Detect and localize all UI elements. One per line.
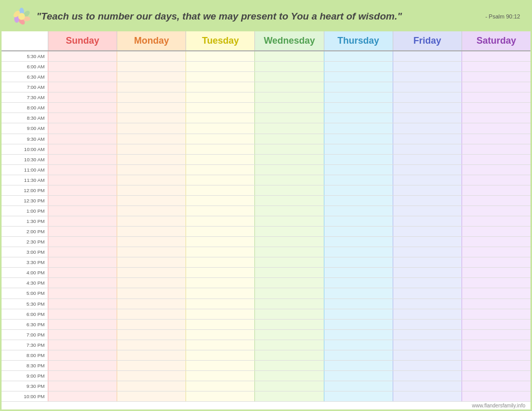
time-cell-sunday[interactable] (48, 371, 117, 381)
time-cell-friday[interactable] (393, 72, 462, 82)
time-cell-sunday[interactable] (48, 72, 117, 82)
time-cell-tuesday[interactable] (186, 320, 254, 329)
time-cell-friday[interactable] (393, 134, 462, 144)
time-cell-monday[interactable] (117, 288, 186, 298)
time-cell-sunday[interactable] (48, 62, 117, 71)
time-cell-sunday[interactable] (48, 165, 117, 175)
time-cell-wednesday[interactable] (254, 268, 323, 277)
time-cell-monday[interactable] (117, 134, 186, 144)
time-cell-tuesday[interactable] (186, 206, 254, 216)
time-cell-friday[interactable] (393, 206, 462, 216)
time-cell-wednesday[interactable] (254, 175, 323, 185)
time-cell-monday[interactable] (117, 268, 186, 277)
time-cell-thursday[interactable] (324, 371, 393, 381)
time-cell-saturday[interactable] (462, 72, 530, 82)
time-cell-wednesday[interactable] (254, 113, 323, 123)
time-cell-sunday[interactable] (48, 361, 117, 370)
time-cell-wednesday[interactable] (254, 103, 323, 113)
time-cell-friday[interactable] (393, 371, 462, 381)
time-cell-sunday[interactable] (48, 134, 117, 144)
time-cell-friday[interactable] (393, 278, 462, 288)
time-cell-saturday[interactable] (462, 381, 530, 391)
time-cell-monday[interactable] (117, 185, 186, 195)
time-cell-monday[interactable] (117, 165, 186, 175)
time-cell-friday[interactable] (393, 92, 462, 102)
time-cell-friday[interactable] (393, 165, 462, 175)
time-cell-wednesday[interactable] (254, 257, 323, 267)
time-cell-wednesday[interactable] (254, 92, 323, 102)
time-cell-wednesday[interactable] (254, 299, 323, 309)
time-cell-saturday[interactable] (462, 278, 530, 288)
time-cell-saturday[interactable] (462, 62, 530, 71)
time-cell-tuesday[interactable] (186, 62, 254, 71)
time-cell-monday[interactable] (117, 309, 186, 319)
time-cell-wednesday[interactable] (254, 82, 323, 92)
time-cell-saturday[interactable] (462, 309, 530, 319)
time-cell-thursday[interactable] (324, 227, 393, 236)
time-cell-saturday[interactable] (462, 257, 530, 267)
time-cell-wednesday[interactable] (254, 247, 323, 257)
time-cell-friday[interactable] (393, 196, 462, 206)
time-cell-tuesday[interactable] (186, 247, 254, 257)
time-cell-sunday[interactable] (48, 257, 117, 267)
time-cell-wednesday[interactable] (254, 72, 323, 82)
time-cell-monday[interactable] (117, 330, 186, 340)
time-cell-friday[interactable] (393, 185, 462, 195)
time-cell-monday[interactable] (117, 340, 186, 350)
time-cell-friday[interactable] (393, 361, 462, 370)
time-cell-tuesday[interactable] (186, 175, 254, 185)
time-cell-thursday[interactable] (324, 155, 393, 164)
time-cell-wednesday[interactable] (254, 371, 323, 381)
time-cell-thursday[interactable] (324, 340, 393, 350)
time-cell-thursday[interactable] (324, 206, 393, 216)
time-cell-tuesday[interactable] (186, 350, 254, 360)
time-cell-sunday[interactable] (48, 196, 117, 206)
time-cell-saturday[interactable] (462, 134, 530, 144)
time-cell-wednesday[interactable] (254, 340, 323, 350)
time-cell-saturday[interactable] (462, 340, 530, 350)
time-cell-tuesday[interactable] (186, 216, 254, 226)
time-cell-sunday[interactable] (48, 381, 117, 391)
time-cell-wednesday[interactable] (254, 62, 323, 71)
time-cell-monday[interactable] (117, 155, 186, 164)
time-cell-thursday[interactable] (324, 361, 393, 370)
time-cell-friday[interactable] (393, 268, 462, 277)
time-cell-wednesday[interactable] (254, 144, 323, 154)
time-cell-sunday[interactable] (48, 237, 117, 247)
time-cell-friday[interactable] (393, 350, 462, 360)
time-cell-monday[interactable] (117, 299, 186, 309)
time-cell-wednesday[interactable] (254, 134, 323, 144)
time-cell-tuesday[interactable] (186, 92, 254, 102)
time-cell-tuesday[interactable] (186, 299, 254, 309)
time-cell-saturday[interactable] (462, 206, 530, 216)
time-cell-tuesday[interactable] (186, 155, 254, 164)
time-cell-sunday[interactable] (48, 288, 117, 298)
time-cell-thursday[interactable] (324, 196, 393, 206)
time-cell-thursday[interactable] (324, 113, 393, 123)
time-cell-thursday[interactable] (324, 175, 393, 185)
time-cell-friday[interactable] (393, 175, 462, 185)
time-cell-monday[interactable] (117, 320, 186, 329)
time-cell-saturday[interactable] (462, 350, 530, 360)
time-cell-tuesday[interactable] (186, 144, 254, 154)
time-cell-tuesday[interactable] (186, 82, 254, 92)
time-cell-sunday[interactable] (48, 206, 117, 216)
time-cell-friday[interactable] (393, 227, 462, 236)
time-cell-friday[interactable] (393, 103, 462, 113)
time-cell-sunday[interactable] (48, 320, 117, 329)
time-cell-monday[interactable] (117, 113, 186, 123)
time-cell-thursday[interactable] (324, 350, 393, 360)
time-cell-friday[interactable] (393, 113, 462, 123)
time-cell-sunday[interactable] (48, 144, 117, 154)
time-cell-sunday[interactable] (48, 103, 117, 113)
time-cell-thursday[interactable] (324, 309, 393, 319)
time-cell-saturday[interactable] (462, 144, 530, 154)
time-cell-saturday[interactable] (462, 51, 530, 61)
time-cell-friday[interactable] (393, 299, 462, 309)
time-cell-saturday[interactable] (462, 155, 530, 164)
time-cell-saturday[interactable] (462, 82, 530, 92)
time-cell-sunday[interactable] (48, 92, 117, 102)
time-cell-saturday[interactable] (462, 391, 530, 401)
time-cell-thursday[interactable] (324, 299, 393, 309)
time-cell-tuesday[interactable] (186, 113, 254, 123)
